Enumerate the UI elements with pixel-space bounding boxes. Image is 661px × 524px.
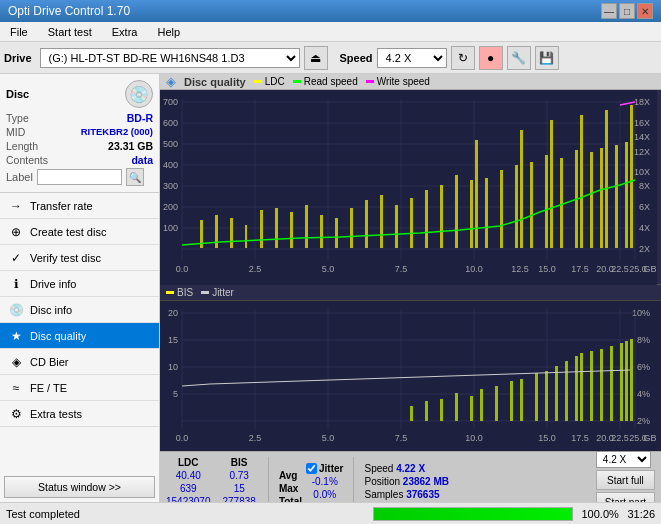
svg-text:5: 5 <box>173 389 178 399</box>
create-test-disc-icon: ⊕ <box>8 224 24 240</box>
content-area: ◈ Disc quality LDC Read speed Write spee… <box>160 74 661 502</box>
quality-speed-select[interactable]: 4.2 X <box>596 451 651 468</box>
menu-file[interactable]: File <box>4 24 34 40</box>
eject-button[interactable]: ⏏ <box>304 46 328 70</box>
stats-bis-col: BIS 0.73 15 277838 <box>223 457 256 503</box>
sidebar-item-drive-info[interactable]: ℹ Drive info <box>0 271 159 297</box>
charts-area: 700 600 500 400 300 200 100 18X 16X 14X … <box>160 90 661 502</box>
sidebar-item-disc-info[interactable]: 💿 Disc info <box>0 297 159 323</box>
menu-extra[interactable]: Extra <box>106 24 144 40</box>
svg-text:2.5: 2.5 <box>249 433 262 443</box>
svg-rect-55 <box>350 208 353 248</box>
progress-percent: 100.0% <box>581 508 619 520</box>
nav-label-create-test-disc: Create test disc <box>30 226 106 238</box>
minimize-button[interactable]: — <box>601 3 617 19</box>
record-button[interactable]: ● <box>479 46 503 70</box>
app-title: Opti Drive Control 1.70 <box>8 4 130 18</box>
sidebar-item-verify-test-disc[interactable]: ✓ Verify test disc <box>0 245 159 271</box>
disc-label-input[interactable] <box>37 169 122 185</box>
tools-button[interactable]: 🔧 <box>507 46 531 70</box>
legend-write-speed-label: Write speed <box>377 76 430 87</box>
menu-help[interactable]: Help <box>151 24 186 40</box>
start-full-button[interactable]: Start full <box>596 470 655 490</box>
legend-ldc-label: LDC <box>265 76 285 87</box>
svg-rect-47 <box>230 218 233 248</box>
menubar: File Start test Extra Help <box>0 22 661 42</box>
stats-divider-1 <box>268 457 269 503</box>
disc-quality-icon: ★ <box>8 328 24 344</box>
statusbar: Test completed 100.0% 31:26 <box>0 502 661 524</box>
svg-rect-64 <box>475 140 478 248</box>
speed-select-drive[interactable]: 4.2 X <box>377 48 447 68</box>
svg-text:18X: 18X <box>634 97 650 107</box>
ldc-header: LDC <box>166 457 211 468</box>
sidebar-item-extra-tests[interactable]: ⚙ Extra tests <box>0 401 159 427</box>
svg-rect-49 <box>260 210 263 248</box>
svg-rect-104 <box>410 406 413 421</box>
sidebar-item-transfer-rate[interactable]: → Transfer rate <box>0 193 159 219</box>
svg-rect-115 <box>555 366 558 421</box>
jitter-checkbox-row[interactable]: Jitter <box>306 463 343 474</box>
stats-spacer-1 <box>279 456 302 468</box>
svg-rect-76 <box>600 148 603 248</box>
svg-rect-53 <box>320 215 323 248</box>
speed-value: 4.22 X <box>396 463 425 474</box>
drive-label: Drive <box>4 52 32 64</box>
svg-text:15.0: 15.0 <box>538 433 556 443</box>
sidebar-item-fe-te[interactable]: ≈ FE / TE <box>0 375 159 401</box>
sidebar-item-disc-quality[interactable]: ★ Disc quality <box>0 323 159 349</box>
svg-rect-77 <box>605 110 608 248</box>
svg-rect-61 <box>440 185 443 248</box>
legend-ldc: LDC <box>254 76 285 87</box>
svg-text:2.5: 2.5 <box>249 264 262 274</box>
svg-rect-72 <box>560 158 563 248</box>
maximize-button[interactable]: □ <box>619 3 635 19</box>
jitter-checkbox[interactable] <box>306 463 317 474</box>
jitter-label: Jitter <box>319 463 343 474</box>
svg-text:22.5: 22.5 <box>611 264 629 274</box>
svg-text:12X: 12X <box>634 147 650 157</box>
svg-rect-107 <box>455 393 458 421</box>
legend-bis-label: BIS <box>177 287 193 298</box>
legend-write-speed: Write speed <box>366 76 430 87</box>
samples-label: Samples <box>364 489 403 500</box>
cd-bier-icon: ◈ <box>8 354 24 370</box>
status-time: 31:26 <box>627 508 655 520</box>
progress-bar-fill <box>374 508 572 520</box>
samples-value: 376635 <box>406 489 439 500</box>
svg-text:2X: 2X <box>639 244 650 254</box>
svg-rect-123 <box>625 341 628 421</box>
top-chart-svg: 700 600 500 400 300 200 100 18X 16X 14X … <box>160 90 657 285</box>
nav-label-extra-tests: Extra tests <box>30 408 82 420</box>
legend-jitter-dot <box>201 291 209 294</box>
start-part-button[interactable]: Start part <box>596 492 655 502</box>
sidebar-item-create-test-disc[interactable]: ⊕ Create test disc <box>0 219 159 245</box>
stats-divider-2 <box>353 457 354 503</box>
close-button[interactable]: ✕ <box>637 3 653 19</box>
svg-text:200: 200 <box>163 202 178 212</box>
main-layout: Disc 💿 Type BD-R MID RITEKBR2 (000) Leng… <box>0 74 661 502</box>
status-window-button[interactable]: Status window >> <box>4 476 155 498</box>
jitter-avg-val: -0.1% <box>306 476 343 487</box>
menu-start-test[interactable]: Start test <box>42 24 98 40</box>
transfer-rate-icon: → <box>8 198 24 214</box>
save-button[interactable]: 💾 <box>535 46 559 70</box>
svg-rect-63 <box>470 180 473 248</box>
svg-rect-105 <box>425 401 428 421</box>
svg-rect-52 <box>305 205 308 248</box>
svg-text:7.5: 7.5 <box>395 264 408 274</box>
sidebar-item-cd-bier[interactable]: ◈ CD Bier <box>0 349 159 375</box>
legend-write-speed-dot <box>366 80 374 83</box>
svg-rect-109 <box>480 389 483 421</box>
titlebar: Opti Drive Control 1.70 — □ ✕ <box>0 0 661 22</box>
disc-label-label: Label <box>6 171 33 183</box>
position-label: Position <box>364 476 400 487</box>
drive-select[interactable]: (G:) HL-DT-ST BD-RE WH16NS48 1.D3 <box>40 48 300 68</box>
legend-ldc-dot <box>254 80 262 83</box>
legend-read-speed: Read speed <box>293 76 358 87</box>
svg-text:17.5: 17.5 <box>571 264 589 274</box>
disc-label-btn[interactable]: 🔍 <box>126 168 144 186</box>
refresh-button[interactable]: ↻ <box>451 46 475 70</box>
nav-spacer <box>0 427 159 472</box>
disc-icon[interactable]: 💿 <box>125 80 153 108</box>
